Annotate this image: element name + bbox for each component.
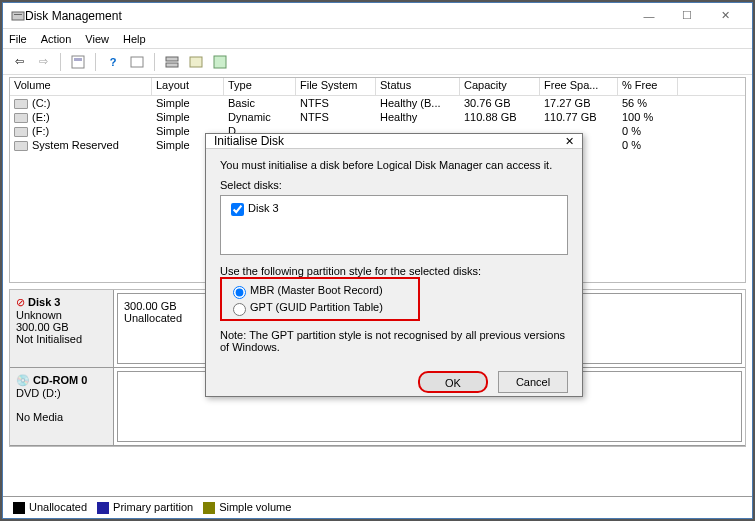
svg-rect-6 xyxy=(166,63,178,67)
dialog-title: Initialise Disk xyxy=(214,134,565,148)
back-icon[interactable]: ⇦ xyxy=(9,52,29,72)
dialog-titlebar: Initialise Disk ✕ xyxy=(206,134,582,149)
svg-rect-8 xyxy=(214,56,226,68)
swatch-primary xyxy=(97,502,109,514)
menu-action[interactable]: Action xyxy=(41,33,72,45)
window-title: Disk Management xyxy=(25,9,630,23)
maximize-button[interactable]: ☐ xyxy=(668,4,706,28)
col-type[interactable]: Type xyxy=(224,78,296,95)
window-controls: — ☐ ✕ xyxy=(630,4,744,28)
ok-button[interactable]: OK xyxy=(418,371,488,393)
dialog-message: You must initialise a disk before Logica… xyxy=(220,159,568,171)
tool-icon-2[interactable] xyxy=(127,52,147,72)
gpt-radio[interactable] xyxy=(233,303,246,316)
menu-view[interactable]: View xyxy=(85,33,109,45)
app-icon xyxy=(11,9,25,23)
tool-icon-4[interactable] xyxy=(186,52,206,72)
disk3-checkbox[interactable] xyxy=(231,203,244,216)
partition-style-label: Use the following partition style for th… xyxy=(220,265,568,277)
volume-row[interactable]: (C:)SimpleBasicNTFSHealthy (B...30.76 GB… xyxy=(10,96,745,110)
disk-header: 💿 CD-ROM 0DVD (D:)No Media xyxy=(10,368,114,445)
radio-mbr[interactable]: MBR (Master Boot Record) xyxy=(228,282,412,299)
col-capacity[interactable]: Capacity xyxy=(460,78,540,95)
col-free[interactable]: Free Spa... xyxy=(540,78,618,95)
drive-icon xyxy=(14,113,28,123)
drive-icon xyxy=(14,99,28,109)
menubar: File Action View Help xyxy=(3,29,752,49)
swatch-unallocated xyxy=(13,502,25,514)
titlebar: Disk Management — ☐ ✕ xyxy=(3,3,752,29)
menu-help[interactable]: Help xyxy=(123,33,146,45)
dialog-close-icon[interactable]: ✕ xyxy=(565,135,574,148)
svg-rect-7 xyxy=(190,57,202,67)
toolbar: ⇦ ⇨ ? xyxy=(3,49,752,75)
svg-rect-0 xyxy=(12,12,24,20)
col-pct[interactable]: % Free xyxy=(618,78,678,95)
volume-row[interactable]: (E:)SimpleDynamicNTFSHealthy110.88 GB110… xyxy=(10,110,745,124)
svg-rect-3 xyxy=(74,58,82,61)
col-fs[interactable]: File System xyxy=(296,78,376,95)
disk-header: ⊘ Disk 3Unknown300.00 GBNot Initialised xyxy=(10,290,114,367)
radio-gpt[interactable]: GPT (GUID Partition Table) xyxy=(228,299,412,316)
forward-icon[interactable]: ⇨ xyxy=(33,52,53,72)
disks-list[interactable]: Disk 3 xyxy=(220,195,568,255)
partition-style-group: MBR (Master Boot Record) GPT (GUID Parti… xyxy=(220,277,420,321)
dialog-note: Note: The GPT partition style is not rec… xyxy=(220,329,568,353)
svg-rect-1 xyxy=(14,14,22,15)
volumes-header: Volume Layout Type File System Status Ca… xyxy=(10,78,745,96)
legend-simple: Simple volume xyxy=(219,501,291,513)
tool-icon-5[interactable] xyxy=(210,52,230,72)
mbr-radio[interactable] xyxy=(233,286,246,299)
select-disks-label: Select disks: xyxy=(220,179,568,191)
drive-icon xyxy=(14,127,28,137)
menu-file[interactable]: File xyxy=(9,33,27,45)
help-icon[interactable]: ? xyxy=(103,52,123,72)
minimize-button[interactable]: — xyxy=(630,4,668,28)
svg-rect-5 xyxy=(166,57,178,61)
legend-unalloc: Unallocated xyxy=(29,501,87,513)
col-status[interactable]: Status xyxy=(376,78,460,95)
close-button[interactable]: ✕ xyxy=(706,4,744,28)
svg-rect-4 xyxy=(131,57,143,67)
main-window: Disk Management — ☐ ✕ File Action View H… xyxy=(2,2,753,519)
cancel-button[interactable]: Cancel xyxy=(498,371,568,393)
col-volume[interactable]: Volume xyxy=(10,78,152,95)
drive-icon xyxy=(14,141,28,151)
swatch-simple xyxy=(203,502,215,514)
svg-rect-2 xyxy=(72,56,84,68)
tool-icon-1[interactable] xyxy=(68,52,88,72)
legend: Unallocated Primary partition Simple vol… xyxy=(3,496,752,518)
legend-primary: Primary partition xyxy=(113,501,193,513)
disk-checkbox-item[interactable]: Disk 3 xyxy=(227,202,279,214)
col-layout[interactable]: Layout xyxy=(152,78,224,95)
tool-icon-3[interactable] xyxy=(162,52,182,72)
initialise-disk-dialog: Initialise Disk ✕ You must initialise a … xyxy=(205,133,583,397)
